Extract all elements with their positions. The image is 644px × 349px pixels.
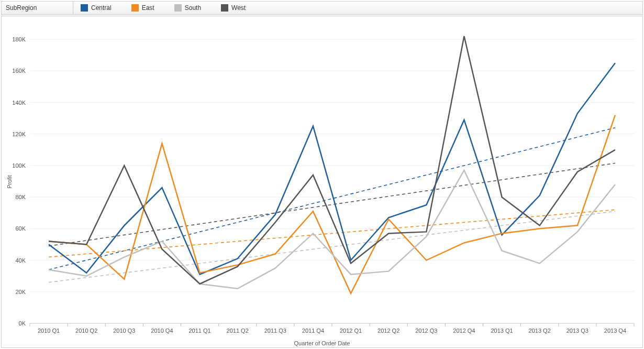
svg-text:2011 Q4: 2011 Q4 [302,328,324,334]
svg-text:180K: 180K [12,36,26,42]
svg-text:2011 Q1: 2011 Q1 [188,328,210,334]
legend-item-central[interactable]: Central [73,2,124,14]
svg-text:80K: 80K [15,194,26,200]
y-axis-label: Profit [6,175,13,189]
svg-text:2010 Q4: 2010 Q4 [151,328,173,334]
svg-text:2012 Q3: 2012 Q3 [415,328,437,334]
svg-text:2013 Q3: 2013 Q3 [567,328,589,334]
chart-area: Profit 0K20K40K60K80K100K120K140K160K180… [1,16,643,348]
svg-text:40K: 40K [15,257,26,264]
swatch-icon [81,4,88,12]
svg-text:2013 Q1: 2013 Q1 [491,328,513,334]
svg-text:2013 Q2: 2013 Q2 [529,328,551,334]
svg-text:2012 Q1: 2012 Q1 [340,328,362,334]
legend-label: East [142,4,154,12]
svg-text:140K: 140K [12,100,26,106]
legend-item-west[interactable]: West [214,2,258,14]
svg-text:0K: 0K [19,320,26,326]
chart-svg: 0K20K40K60K80K100K120K140K160K180K2010 Q… [2,16,642,347]
legend-label: South [185,4,201,12]
legend-label: Central [91,4,112,12]
series-line-central[interactable] [49,63,615,274]
legend-title: SubRegion [2,2,73,14]
swatch-icon [131,4,139,12]
legend-item-east[interactable]: East [124,2,167,14]
svg-text:2013 Q4: 2013 Q4 [604,328,626,334]
svg-text:100K: 100K [12,162,26,169]
x-axis-label: Quarter of Order Date [2,340,642,346]
svg-text:2011 Q2: 2011 Q2 [227,328,249,334]
svg-text:2010 Q2: 2010 Q2 [75,328,97,334]
series-line-east[interactable] [49,115,615,293]
svg-text:2010 Q3: 2010 Q3 [113,328,135,334]
svg-text:2010 Q1: 2010 Q1 [38,328,60,334]
swatch-icon [174,4,182,12]
svg-text:60K: 60K [15,225,26,232]
swatch-icon [221,4,228,12]
svg-text:120K: 120K [12,131,26,137]
svg-text:20K: 20K [15,289,26,295]
trend-line-central [49,128,615,270]
svg-text:160K: 160K [12,68,26,74]
svg-text:2012 Q2: 2012 Q2 [377,328,399,334]
legend-bar: SubRegion Central East South West [1,1,643,15]
legend-label: West [231,4,246,12]
svg-text:2011 Q3: 2011 Q3 [264,328,286,334]
legend-item-south[interactable]: South [167,2,214,14]
svg-text:2012 Q4: 2012 Q4 [453,328,475,334]
